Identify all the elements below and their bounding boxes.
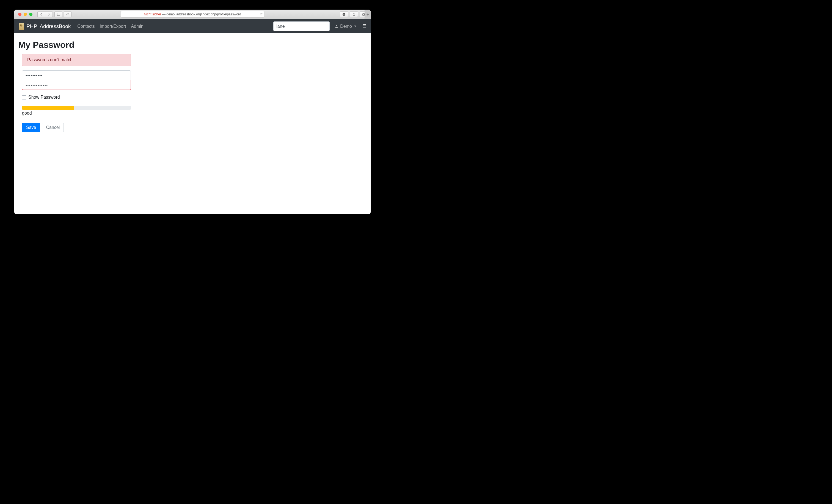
user-menu[interactable]: Demo [335,24,356,29]
app-navbar: PHP iAddressBook Contacts Import/Export … [14,19,371,33]
strength-bar [22,106,74,110]
list-view-button[interactable] [361,23,366,29]
page-content: My Password Passwords don't match Show P… [14,33,371,138]
nav-import-export[interactable]: Import/Export [100,24,126,29]
password-input[interactable] [22,70,131,80]
show-password-label: Show Password [28,95,60,100]
sidebar-toggle-button[interactable] [54,11,62,17]
back-button[interactable] [37,11,45,17]
icloud-button[interactable] [64,11,72,17]
url-text: — demo.iaddressbook.org/index.php/profil… [162,12,241,16]
downloads-button[interactable] [340,11,348,17]
browser-titlebar: Nicht sicher — demo.iaddressbook.org/ind… [14,9,371,19]
forward-button[interactable] [45,11,53,17]
strength-label: good [22,111,131,116]
password-form: Passwords don't match Show Password good… [22,54,131,132]
user-icon [335,24,338,28]
save-button[interactable]: Save [22,123,40,132]
brand[interactable]: PHP iAddressBook [19,23,71,30]
browser-window: Nicht sicher — demo.iaddressbook.org/ind… [14,9,371,214]
brand-text: PHP iAddressBook [26,23,71,29]
strength-meter [22,106,131,110]
window-controls [14,12,32,16]
password-confirm-input[interactable] [22,80,131,90]
reload-icon[interactable] [260,12,263,17]
new-tab-button[interactable]: + [365,9,371,19]
show-password-checkbox[interactable] [22,95,26,100]
insecure-label: Nicht sicher [144,12,161,16]
close-window-button[interactable] [18,12,22,16]
svg-rect-4 [363,14,365,16]
cancel-button[interactable]: Cancel [42,123,64,132]
minimize-window-button[interactable] [24,12,27,16]
nav-admin[interactable]: Admin [131,24,143,29]
maximize-window-button[interactable] [29,12,32,16]
error-alert: Passwords don't match [22,54,131,66]
nav-contacts[interactable]: Contacts [77,24,95,29]
nav-links: Contacts Import/Export Admin [77,24,144,29]
svg-rect-0 [57,13,60,16]
caret-down-icon [354,26,356,27]
address-bar[interactable]: Nicht sicher — demo.iaddressbook.org/ind… [121,11,265,18]
user-label: Demo [340,24,352,29]
book-icon [19,23,24,30]
search-input[interactable] [273,21,330,31]
show-password-row[interactable]: Show Password [22,95,131,100]
page-title: My Password [18,40,367,50]
nav-buttons [37,11,53,17]
share-button[interactable] [350,11,358,17]
